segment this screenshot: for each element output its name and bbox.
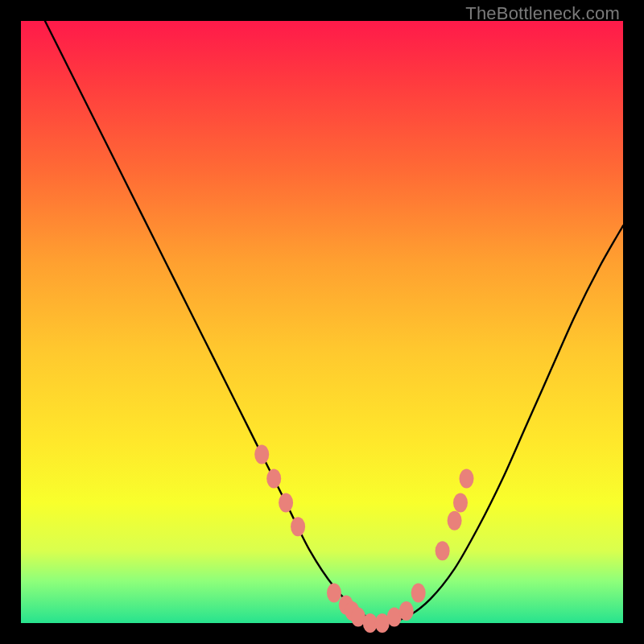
curve-marker bbox=[327, 584, 341, 603]
curve-marker bbox=[436, 541, 450, 560]
bottleneck-curve bbox=[21, 21, 623, 623]
curve-marker bbox=[460, 469, 474, 489]
curve-marker bbox=[453, 493, 468, 512]
curve-marker bbox=[254, 445, 269, 464]
chart-plot-area bbox=[21, 21, 623, 623]
curve-marker bbox=[291, 517, 305, 536]
curve-path bbox=[45, 21, 623, 623]
curve-marker bbox=[266, 469, 281, 489]
curve-marker bbox=[279, 493, 293, 512]
curve-markers bbox=[254, 445, 473, 633]
curve-marker bbox=[448, 511, 462, 530]
curve-marker bbox=[399, 601, 414, 621]
curve-marker bbox=[411, 584, 426, 603]
watermark-text: TheBottleneck.com bbox=[465, 3, 620, 24]
